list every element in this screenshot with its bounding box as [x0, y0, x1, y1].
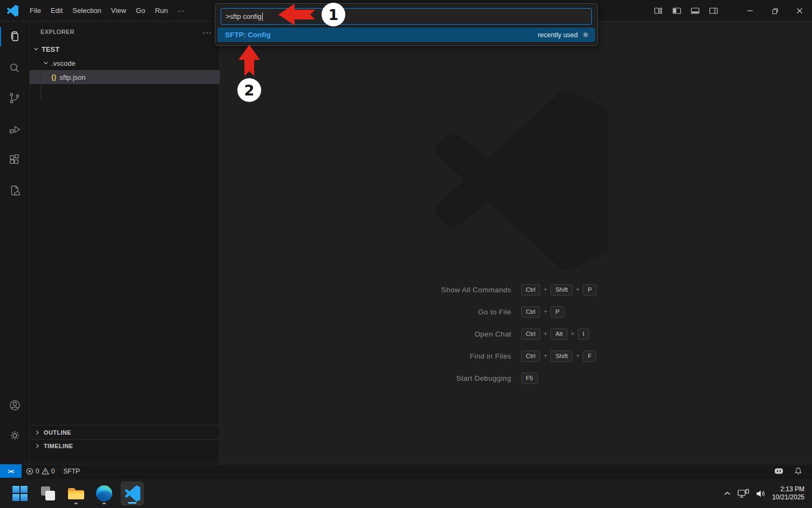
command-input-value: >sftp config — [226, 12, 262, 20]
menu-selection[interactable]: Selection — [67, 0, 106, 22]
toggle-primary-sidebar-icon[interactable] — [667, 0, 686, 22]
sftp-extension-icon[interactable] — [0, 177, 29, 204]
taskbar-clock[interactable]: 2:13 PM 10/21/2025 — [772, 485, 804, 502]
editor-area: Show All Commands Ctrl+Shift+P Go to Fil… — [220, 22, 812, 464]
minimize-button[interactable] — [738, 0, 762, 22]
outline-label: OUTLINE — [44, 429, 71, 436]
key-chip: Shift — [550, 284, 572, 296]
plus-separator: + — [543, 352, 547, 360]
key-chip: F — [583, 351, 596, 362]
annotation-arrow-2 — [237, 44, 261, 77]
plus-separator: + — [543, 308, 547, 315]
explorer-sidebar: EXPLORER ··· TEST .vscode {} sftp.json O… — [30, 22, 220, 464]
command-result-sftp-config[interactable]: SFTP: Config recently used — [217, 28, 595, 42]
key-chip: I — [578, 328, 589, 340]
sftp-status-item[interactable]: SFTP — [59, 464, 84, 478]
task-view-icon — [40, 486, 56, 501]
chevron-right-icon — [34, 429, 40, 436]
toggle-panel-icon[interactable] — [686, 0, 704, 22]
volume-icon[interactable] — [756, 490, 766, 498]
root-folder-label: TEST — [42, 45, 59, 53]
file-label: sftp.json — [59, 73, 85, 81]
vscode-logo-icon — [6, 5, 18, 17]
active-app-indicator — [128, 502, 137, 504]
menu-view[interactable]: View — [106, 0, 131, 22]
tray-chevron-up-icon[interactable] — [724, 491, 731, 496]
sidebar-actions-icon[interactable]: ··· — [202, 28, 212, 37]
chevron-down-icon — [33, 46, 39, 52]
annotation-step-2: 2 — [237, 78, 261, 102]
tree-item-sftp-json[interactable]: {} sftp.json — [30, 70, 220, 84]
network-ethernet-icon[interactable] — [738, 489, 749, 498]
tree-item-vscode-folder[interactable]: .vscode — [30, 56, 220, 70]
command-palette-input[interactable]: >sftp config — [221, 8, 592, 25]
shortcut-row: Go to File Ctrl+P — [220, 306, 812, 318]
command-palette: >sftp config SFTP: Config recently used — [215, 3, 598, 46]
windows-logo-icon — [12, 486, 28, 501]
warning-count: 0 — [51, 468, 55, 475]
customize-layout-icon[interactable] — [649, 0, 667, 22]
menu-more[interactable]: ··· — [173, 0, 189, 22]
notifications-bell-icon[interactable] — [790, 464, 807, 478]
key-chip: Ctrl — [521, 284, 541, 296]
menu-go[interactable]: Go — [131, 0, 150, 22]
error-count: 0 — [36, 468, 39, 475]
remote-indicator[interactable]: >< — [0, 464, 22, 478]
timeline-label: TIMELINE — [44, 443, 73, 449]
settings-gear-icon[interactable] — [0, 422, 29, 449]
folder-icon — [67, 486, 85, 501]
toggle-secondary-sidebar-icon[interactable] — [704, 0, 722, 22]
close-button[interactable] — [787, 0, 812, 22]
menu-file[interactable]: File — [25, 0, 46, 22]
explorer-icon[interactable] — [0, 23, 29, 50]
shortcut-label: Go to File — [349, 308, 516, 316]
copilot-icon[interactable] — [770, 464, 788, 478]
run-debug-icon[interactable] — [0, 115, 29, 142]
vscode-watermark-logo — [426, 89, 609, 271]
shortcut-row: Start Debugging F5 — [220, 372, 812, 384]
key-chip: Ctrl — [521, 306, 541, 318]
key-chip: Ctrl — [521, 328, 541, 340]
restore-button[interactable] — [762, 0, 787, 22]
tray-date: 10/21/2025 — [772, 493, 804, 502]
task-view-button[interactable] — [37, 482, 59, 505]
shortcut-label: Open Chat — [349, 330, 516, 338]
start-button[interactable] — [9, 482, 31, 505]
shortcut-row: Open Chat Ctrl+Alt+I — [220, 328, 812, 340]
menu-bar: File Edit Selection View Go Run ··· — [25, 0, 189, 22]
edge-browser-button[interactable] — [93, 482, 115, 505]
search-icon[interactable] — [0, 54, 29, 81]
recently-used-label: recently used — [538, 31, 578, 39]
plus-separator: + — [576, 352, 579, 360]
edge-icon — [96, 485, 112, 502]
json-file-icon: {} — [51, 73, 56, 81]
running-indicator — [103, 503, 106, 504]
activity-bar — [0, 22, 30, 464]
outline-section-header[interactable]: OUTLINE — [30, 425, 220, 439]
keyboard-shortcut-hints: Show All Commands Ctrl+Shift+P Go to Fil… — [220, 284, 812, 384]
configure-keybinding-gear-icon[interactable] — [582, 31, 590, 39]
key-chip: P — [550, 306, 564, 318]
key-chip: Ctrl — [521, 351, 541, 362]
key-chip: P — [583, 284, 597, 296]
status-bar: >< 0 0 SFTP — [0, 464, 812, 478]
menu-run[interactable]: Run — [150, 0, 173, 22]
sidebar-footer-spacer — [30, 452, 220, 464]
problems-indicator[interactable]: 0 0 — [22, 464, 59, 478]
shortcut-label: Start Debugging — [349, 374, 516, 382]
result-label: SFTP: Config — [225, 31, 271, 39]
source-control-icon[interactable] — [0, 85, 29, 112]
extensions-icon[interactable] — [0, 146, 29, 173]
shortcut-row: Find in Files Ctrl+Shift+F — [220, 350, 812, 362]
vscode-taskbar-button[interactable] — [121, 482, 144, 505]
shortcut-label: Find in Files — [349, 352, 516, 360]
menu-edit[interactable]: Edit — [46, 0, 67, 22]
file-explorer-button[interactable] — [65, 482, 87, 505]
timeline-section-header[interactable]: TIMELINE — [30, 439, 220, 452]
account-icon[interactable] — [0, 392, 29, 418]
plus-separator: + — [576, 286, 579, 293]
tray-time: 2:13 PM — [772, 485, 804, 493]
error-icon — [26, 468, 33, 475]
tree-item-root[interactable]: TEST — [30, 42, 220, 56]
active-indicator — [0, 27, 1, 46]
